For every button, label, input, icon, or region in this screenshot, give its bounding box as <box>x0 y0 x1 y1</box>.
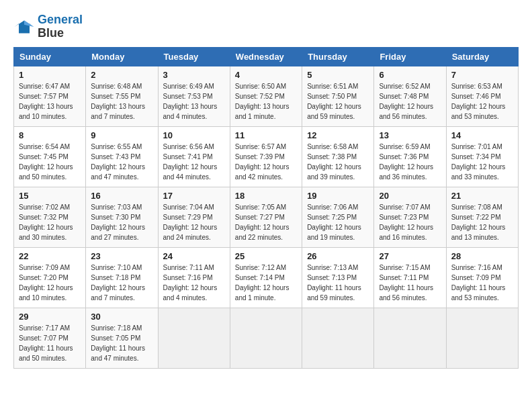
day-number: 15 <box>19 191 81 201</box>
day-number: 30 <box>91 312 152 322</box>
day-number: 22 <box>19 251 81 261</box>
col-header-sunday: Sunday <box>14 47 86 66</box>
calendar-cell: 27 Sunrise: 7:15 AMSunset: 7:11 PMDaylig… <box>374 247 446 308</box>
calendar-cell: 14 Sunrise: 7:01 AMSunset: 7:34 PMDaylig… <box>446 126 518 187</box>
calendar-cell: 21 Sunrise: 7:08 AMSunset: 7:22 PMDaylig… <box>446 187 518 247</box>
day-number: 10 <box>163 130 225 140</box>
calendar-cell: 8 Sunrise: 6:54 AMSunset: 7:45 PMDayligh… <box>14 126 86 187</box>
calendar-cell: 4 Sunrise: 6:50 AMSunset: 7:52 PMDayligh… <box>230 66 302 126</box>
col-header-tuesday: Tuesday <box>158 47 230 66</box>
calendar-cell <box>446 308 518 368</box>
day-info: Sunrise: 7:07 AMSunset: 7:23 PMDaylight:… <box>379 202 441 242</box>
calendar-cell: 16 Sunrise: 7:03 AMSunset: 7:30 PMDaylig… <box>86 187 158 247</box>
day-number: 21 <box>451 191 513 201</box>
calendar-cell: 5 Sunrise: 6:51 AMSunset: 7:50 PMDayligh… <box>302 66 374 126</box>
day-info: Sunrise: 6:50 AMSunset: 7:52 PMDaylight:… <box>235 81 297 122</box>
day-info: Sunrise: 6:57 AMSunset: 7:39 PMDaylight:… <box>235 142 297 182</box>
day-info: Sunrise: 6:52 AMSunset: 7:48 PMDaylight:… <box>379 81 441 122</box>
day-info: Sunrise: 6:58 AMSunset: 7:38 PMDaylight:… <box>307 142 369 182</box>
col-header-saturday: Saturday <box>446 47 518 66</box>
day-info: Sunrise: 7:10 AMSunset: 7:18 PMDaylight:… <box>91 263 152 303</box>
col-header-wednesday: Wednesday <box>230 47 302 66</box>
calendar-cell: 7 Sunrise: 6:53 AMSunset: 7:46 PMDayligh… <box>446 66 518 126</box>
day-number: 23 <box>91 251 152 261</box>
calendar-cell: 26 Sunrise: 7:13 AMSunset: 7:13 PMDaylig… <box>302 247 374 308</box>
day-info: Sunrise: 7:16 AMSunset: 7:09 PMDaylight:… <box>451 263 513 303</box>
day-number: 14 <box>451 130 513 140</box>
day-info: Sunrise: 7:11 AMSunset: 7:16 PMDaylight:… <box>163 263 225 303</box>
day-info: Sunrise: 7:13 AMSunset: 7:13 PMDaylight:… <box>307 263 369 303</box>
day-number: 2 <box>91 70 152 80</box>
day-info: Sunrise: 6:47 AMSunset: 7:57 PMDaylight:… <box>19 81 81 122</box>
day-number: 20 <box>379 191 441 201</box>
calendar-cell: 10 Sunrise: 6:56 AMSunset: 7:41 PMDaylig… <box>158 126 230 187</box>
calendar-cell: 24 Sunrise: 7:11 AMSunset: 7:16 PMDaylig… <box>158 247 230 308</box>
day-number: 11 <box>235 130 297 140</box>
day-info: Sunrise: 7:08 AMSunset: 7:22 PMDaylight:… <box>451 202 513 242</box>
day-info: Sunrise: 7:02 AMSunset: 7:32 PMDaylight:… <box>19 202 81 242</box>
day-info: Sunrise: 7:17 AMSunset: 7:07 PMDaylight:… <box>19 323 81 363</box>
day-info: Sunrise: 6:56 AMSunset: 7:41 PMDaylight:… <box>163 142 225 182</box>
calendar-cell: 30 Sunrise: 7:18 AMSunset: 7:05 PMDaylig… <box>86 308 158 368</box>
day-info: Sunrise: 6:55 AMSunset: 7:43 PMDaylight:… <box>91 142 152 182</box>
page-header: General Blue <box>13 13 519 40</box>
calendar-cell: 23 Sunrise: 7:10 AMSunset: 7:18 PMDaylig… <box>86 247 158 308</box>
col-header-friday: Friday <box>374 47 446 66</box>
day-number: 3 <box>163 70 225 80</box>
day-number: 9 <box>91 130 152 140</box>
day-number: 1 <box>19 70 81 80</box>
calendar-cell: 1 Sunrise: 6:47 AMSunset: 7:57 PMDayligh… <box>14 66 86 126</box>
day-number: 19 <box>307 191 369 201</box>
col-header-thursday: Thursday <box>302 47 374 66</box>
day-info: Sunrise: 6:53 AMSunset: 7:46 PMDaylight:… <box>451 81 513 122</box>
calendar-cell <box>374 308 446 368</box>
calendar-cell: 2 Sunrise: 6:48 AMSunset: 7:55 PMDayligh… <box>86 66 158 126</box>
day-number: 13 <box>379 130 441 140</box>
calendar-cell: 15 Sunrise: 7:02 AMSunset: 7:32 PMDaylig… <box>14 187 86 247</box>
day-info: Sunrise: 7:06 AMSunset: 7:25 PMDaylight:… <box>307 202 369 242</box>
calendar-cell: 29 Sunrise: 7:17 AMSunset: 7:07 PMDaylig… <box>14 308 86 368</box>
calendar-cell: 12 Sunrise: 6:58 AMSunset: 7:38 PMDaylig… <box>302 126 374 187</box>
col-header-monday: Monday <box>86 47 158 66</box>
calendar-cell: 9 Sunrise: 6:55 AMSunset: 7:43 PMDayligh… <box>86 126 158 187</box>
day-info: Sunrise: 6:49 AMSunset: 7:53 PMDaylight:… <box>163 81 225 122</box>
day-number: 16 <box>91 191 152 201</box>
calendar-cell: 11 Sunrise: 6:57 AMSunset: 7:39 PMDaylig… <box>230 126 302 187</box>
day-info: Sunrise: 7:01 AMSunset: 7:34 PMDaylight:… <box>451 142 513 182</box>
calendar-cell: 3 Sunrise: 6:49 AMSunset: 7:53 PMDayligh… <box>158 66 230 126</box>
calendar-cell: 6 Sunrise: 6:52 AMSunset: 7:48 PMDayligh… <box>374 66 446 126</box>
day-number: 25 <box>235 251 297 261</box>
day-number: 26 <box>307 251 369 261</box>
day-number: 17 <box>163 191 225 201</box>
calendar-cell: 17 Sunrise: 7:04 AMSunset: 7:29 PMDaylig… <box>158 187 230 247</box>
day-number: 5 <box>307 70 369 80</box>
day-info: Sunrise: 7:05 AMSunset: 7:27 PMDaylight:… <box>235 202 297 242</box>
day-info: Sunrise: 6:51 AMSunset: 7:50 PMDaylight:… <box>307 81 369 122</box>
calendar-cell <box>302 308 374 368</box>
day-info: Sunrise: 7:03 AMSunset: 7:30 PMDaylight:… <box>91 202 152 242</box>
day-number: 27 <box>379 251 441 261</box>
day-info: Sunrise: 7:12 AMSunset: 7:14 PMDaylight:… <box>235 263 297 303</box>
day-info: Sunrise: 6:54 AMSunset: 7:45 PMDaylight:… <box>19 142 81 182</box>
calendar-cell: 22 Sunrise: 7:09 AMSunset: 7:20 PMDaylig… <box>14 247 86 308</box>
day-info: Sunrise: 7:18 AMSunset: 7:05 PMDaylight:… <box>91 323 152 363</box>
calendar-cell: 25 Sunrise: 7:12 AMSunset: 7:14 PMDaylig… <box>230 247 302 308</box>
logo-text: General Blue <box>38 13 83 40</box>
day-number: 24 <box>163 251 225 261</box>
day-number: 4 <box>235 70 297 80</box>
calendar-cell: 28 Sunrise: 7:16 AMSunset: 7:09 PMDaylig… <box>446 247 518 308</box>
day-number: 8 <box>19 130 81 140</box>
calendar-cell <box>230 308 302 368</box>
logo-icon <box>13 16 35 38</box>
day-number: 29 <box>19 312 81 322</box>
calendar-cell: 13 Sunrise: 6:59 AMSunset: 7:36 PMDaylig… <box>374 126 446 187</box>
day-info: Sunrise: 6:48 AMSunset: 7:55 PMDaylight:… <box>91 81 152 122</box>
calendar-cell: 19 Sunrise: 7:06 AMSunset: 7:25 PMDaylig… <box>302 187 374 247</box>
calendar-cell <box>158 308 230 368</box>
calendar-table: SundayMondayTuesdayWednesdayThursdayFrid… <box>13 47 519 369</box>
day-number: 18 <box>235 191 297 201</box>
day-info: Sunrise: 6:59 AMSunset: 7:36 PMDaylight:… <box>379 142 441 182</box>
day-number: 6 <box>379 70 441 80</box>
day-number: 12 <box>307 130 369 140</box>
day-info: Sunrise: 7:09 AMSunset: 7:20 PMDaylight:… <box>19 263 81 303</box>
